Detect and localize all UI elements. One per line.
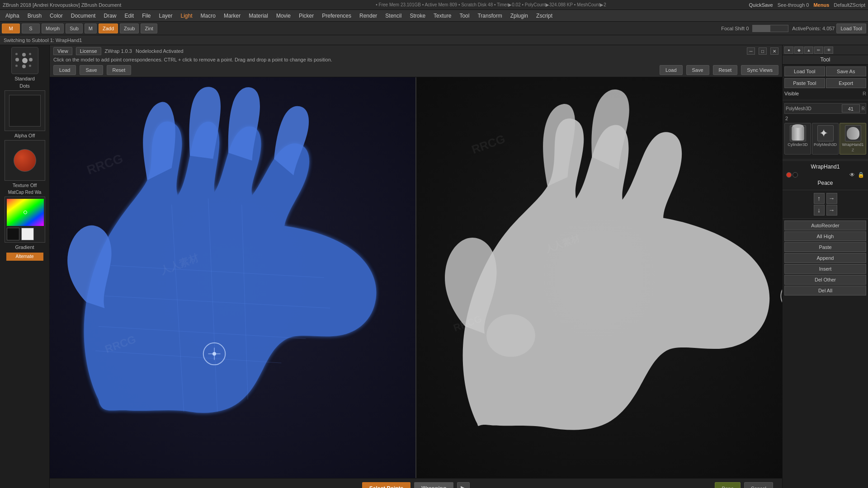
reset-btn-left[interactable]: Reset (107, 65, 132, 75)
gradient-label: Gradient (1, 244, 48, 250)
top-bar: ZBrush 2018 [Andrei Krovopuskov] ZBrush … (0, 0, 868, 10)
wrapping-btn[interactable]: Wrapping (414, 482, 453, 488)
color-dots-row: 👁 🔒 (784, 171, 866, 179)
arrow-up-btn[interactable]: ↑ (814, 193, 825, 204)
menu-layer[interactable]: Layer (156, 12, 176, 20)
menu-color[interactable]: Color (46, 12, 66, 20)
right-action-row: AutoReorder All High Paste Append Insert… (783, 220, 868, 297)
menu-alpha[interactable]: Alpha (2, 12, 23, 20)
menu-macro[interactable]: Macro (197, 12, 219, 20)
done-btn[interactable]: Done (715, 482, 740, 488)
menu-render[interactable]: Render (356, 12, 381, 20)
quicksave-btn[interactable]: QuickSave (749, 2, 773, 8)
cylinder3d-item[interactable]: Cylinder3D (784, 123, 811, 155)
menu-stencil[interactable]: Stencil (382, 12, 405, 20)
peace-label: Peace (784, 179, 866, 187)
arrow-down-btn[interactable]: ↓ (814, 205, 825, 216)
alpha-off-box[interactable] (5, 90, 45, 131)
autoreorder-btn[interactable]: AutoReorder (784, 221, 866, 230)
color-gradient[interactable] (7, 199, 44, 226)
right-tab-3[interactable]: ▲ (804, 47, 813, 54)
viewport-left[interactable]: RRCG 人人素材 RRCG (50, 77, 416, 478)
arrow-up-right-btn[interactable]: → (826, 193, 837, 204)
append-btn[interactable]: Append (784, 253, 866, 263)
seethrough-label[interactable]: See-through 0 (778, 2, 809, 8)
del-other-btn[interactable]: Del Other (784, 275, 866, 285)
menu-edit[interactable]: Edit (121, 12, 137, 20)
toolbar-btn-2[interactable]: S (22, 23, 40, 33)
polymesh3d-item[interactable]: PolyMesh3D (812, 123, 839, 155)
arrow-down-right-btn[interactable]: → (826, 205, 837, 216)
menus-btn[interactable]: Menus (813, 2, 829, 8)
white-swatch[interactable] (21, 228, 34, 240)
sync-views-btn[interactable]: Sync Views (741, 65, 778, 75)
right-tab-2[interactable]: ◆ (794, 47, 803, 54)
menu-brush[interactable]: Brush (24, 12, 45, 20)
select-points-btn[interactable]: Select Points (362, 482, 410, 488)
morph-btn[interactable]: Morph (42, 23, 64, 33)
reset-btn-right[interactable]: Reset (713, 65, 738, 75)
menu-stroke[interactable]: Stroke (406, 12, 429, 20)
dark-color-dot[interactable] (793, 172, 798, 178)
menu-document[interactable]: Document (67, 12, 99, 20)
red-color-dot[interactable] (786, 172, 792, 178)
m-btn[interactable]: M (85, 23, 97, 33)
right-tab-4[interactable]: ✏ (814, 47, 823, 54)
menu-texture[interactable]: Texture (430, 12, 455, 20)
menu-preferences[interactable]: Preferences (318, 12, 355, 20)
del-all-btn[interactable]: Del All (784, 286, 866, 296)
zwrap-close-btn[interactable]: ✕ (770, 47, 778, 55)
zint-btn[interactable]: Zint (141, 23, 157, 33)
menu-light[interactable]: Light (177, 12, 196, 20)
dot (15, 65, 18, 67)
load-tool-btn[interactable]: Load Tool (836, 23, 866, 33)
cancel-btn[interactable]: Cancel (744, 482, 773, 488)
paste-btn[interactable]: Paste (784, 242, 866, 252)
license-tab[interactable]: License (76, 47, 101, 55)
eye-icon[interactable]: 👁 (849, 172, 855, 178)
load-tool-btn[interactable]: Load Tool (784, 66, 825, 76)
menu-tool[interactable]: Tool (456, 12, 473, 20)
zwrap-restore-btn[interactable]: □ (759, 47, 767, 55)
insert-btn[interactable]: Insert (784, 264, 866, 274)
menu-file[interactable]: File (138, 12, 154, 20)
menu-zscript[interactable]: Zscript (533, 12, 556, 20)
right-tab-1[interactable]: ● (784, 47, 793, 54)
lock-icon[interactable]: 🔒 (858, 172, 864, 178)
save-btn-left[interactable]: Save (80, 65, 103, 75)
dots-label: Dots (1, 83, 48, 89)
sub-btn[interactable]: Sub (66, 23, 83, 33)
wraphand1-item[interactable]: WrapHand1 Z (840, 123, 866, 155)
alternate-btn[interactable]: Alternate (6, 253, 43, 261)
black-swatch[interactable] (7, 228, 19, 240)
texture-box[interactable] (5, 140, 45, 181)
right-tab-5[interactable]: 👁 (824, 47, 833, 54)
view-tab[interactable]: View (53, 47, 72, 55)
menu-draw[interactable]: Draw (100, 12, 120, 20)
left-sidebar: Standard Dots Alpha Off Texture Off MatC… (0, 45, 50, 488)
color-picker-box[interactable] (5, 197, 45, 243)
toolbar-btn-1[interactable]: M (2, 23, 20, 33)
save-btn-right[interactable]: Save (686, 65, 709, 75)
load-btn-left[interactable]: Load (53, 65, 76, 75)
zadd-btn[interactable]: Zadd (99, 23, 118, 33)
dot (29, 58, 33, 61)
menu-material[interactable]: Material (245, 12, 272, 20)
viewport-right[interactable]: RRCG 人人素材 RRCG (416, 77, 782, 478)
save-as-btn[interactable]: Save As (826, 66, 867, 76)
menu-movie[interactable]: Movie (273, 12, 294, 20)
menu-picker[interactable]: Picker (295, 12, 317, 20)
all-high-btn[interactable]: All High (784, 231, 866, 241)
menu-transform[interactable]: Transform (474, 12, 505, 20)
visible-label: Visible (784, 91, 799, 96)
load-btn-right[interactable]: Load (660, 65, 682, 75)
brush-preview[interactable] (11, 47, 38, 74)
swatch-row (7, 228, 43, 240)
menu-zplugin[interactable]: Zplugin (507, 12, 532, 20)
next-step-btn[interactable]: ▶ (457, 482, 470, 488)
menu-marker[interactable]: Marker (220, 12, 244, 20)
paste-tool-btn[interactable]: Paste Tool (784, 78, 825, 88)
zwrap-minimize-btn[interactable]: ─ (747, 47, 755, 55)
zsub-btn[interactable]: Zsub (120, 23, 139, 33)
export-btn[interactable]: Export (826, 78, 867, 88)
